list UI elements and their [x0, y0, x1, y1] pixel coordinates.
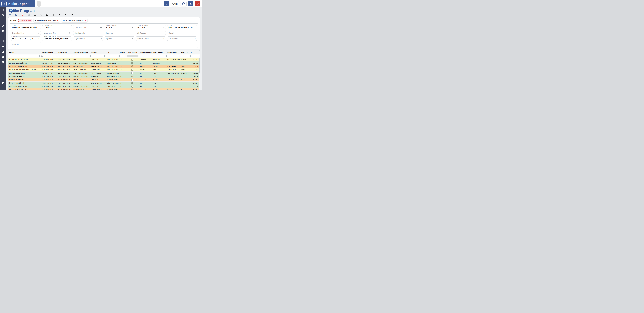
filter-field-firma[interactable]: FirmaEMIA LYRATURİZM VE OTELCİLİK▼: [167, 25, 197, 29]
print-button[interactable]: [34, 13, 36, 16]
filter-field-e-itim-tarihi-ba[interactable]: Eğitim Tarihi Baş1.1.2026: [104, 25, 134, 29]
calendar-icon[interactable]: [38, 32, 40, 34]
dropdown-arrow-icon[interactable]: ▼: [194, 32, 196, 34]
calendar-icon[interactable]: [69, 26, 71, 28]
filter-field-kaynak[interactable]: Kaynak▼: [167, 31, 197, 35]
table-row[interactable]: İNSAN KAYNAKLARI MODÜL EĞİTİMİ09.02.2026…: [8, 68, 200, 72]
filter-field-sorumlu-departman[interactable]: Sorumlu DepartmanİNSAN KAYNAKLARI., MUHA…: [42, 37, 72, 41]
menu-toggle-button[interactable]: [2, 1, 6, 6]
filter-field-plan-tarihi-son[interactable]: Plan Tarihi Son: [73, 25, 103, 29]
delete-button[interactable]: [21, 13, 24, 16]
lock-button[interactable]: [188, 1, 193, 6]
dropdown-arrow-icon[interactable]: ▼: [132, 38, 133, 39]
filter-field-alt-kategori[interactable]: Alt Kategori▼: [136, 31, 166, 35]
checkbox-checked[interactable]: [132, 86, 133, 88]
loading-spinner-button[interactable]: [180, 1, 186, 6]
table-row[interactable]: EMPATİ KURMA EĞİTİMİ13.02.2026 09:0013.0…: [8, 62, 200, 65]
checkbox-checked[interactable]: [132, 76, 133, 78]
tools-button[interactable]: [58, 13, 61, 16]
filter-field-e-itim-tarihi-son[interactable]: Eğitim Tarihi Son31.12.2026: [136, 25, 166, 29]
column-filter-input-id[interactable]: [190, 55, 199, 58]
calendar-icon[interactable]: [162, 26, 164, 28]
column-filter-input-ba-lang-tarihi[interactable]: [43, 55, 56, 58]
filter-field-sertifika-durumu[interactable]: Sertifika Durumu▼: [136, 37, 166, 41]
table-row[interactable]: İLETİŞİM BECERİLERİ23.01.2026 14:0023.01…: [8, 72, 200, 75]
filter-field-plan-tarihi-ba[interactable]: Plan Tarihi Baş1.1.2026: [42, 25, 72, 29]
checkbox-checked[interactable]: [132, 62, 133, 64]
table-row[interactable]: İLETİŞİM BECERİLERİ20.01.2026 08:0020.01…: [8, 75, 200, 78]
filter-field-e-itim-kay-t-son[interactable]: Eğitim Kayıt Son: [42, 31, 72, 35]
column-filter-input-sertifika-durumu[interactable]: [139, 55, 151, 58]
filter-field-yasal-zorunlu[interactable]: Yasal Zorunlu▼: [73, 31, 103, 35]
graduation-cap-icon[interactable]: [2, 29, 4, 32]
edit-button[interactable]: [15, 13, 18, 16]
column-filter-input-s-nav-durumu[interactable]: [153, 55, 165, 58]
checkbox-checked[interactable]: [132, 89, 133, 90]
column-header-e-itmen-firma[interactable]: Eğitmen Firma: [166, 50, 180, 54]
column-header-e-itim-biti[interactable]: Eğitim Bitiş: [57, 50, 72, 54]
dropdown-arrow-icon[interactable]: ▼: [163, 32, 164, 34]
column-header-sertifika-durumu[interactable]: Sertifika Durumu: [138, 50, 152, 54]
calendar-icon[interactable]: [41, 55, 43, 57]
calendar-icon[interactable]: [100, 26, 102, 28]
expand-button[interactable]: [164, 1, 169, 6]
sidebar-collapse-button[interactable]: [37, 1, 40, 7]
collapse-filters-icon[interactable]: [196, 19, 198, 22]
add-button[interactable]: [9, 13, 12, 16]
dropdown-arrow-icon[interactable]: ▼: [101, 32, 102, 34]
table-row[interactable]: İLK YARDIM EĞİTİMİ12.01.2026 08:0012.01.…: [8, 82, 200, 85]
calendar-icon[interactable]: [131, 26, 133, 28]
checkbox-checked[interactable]: [132, 82, 133, 84]
language-button[interactable]: TR: [171, 1, 179, 6]
quick-action-button[interactable]: [71, 13, 74, 16]
column-filter-input-e-itmen-firma[interactable]: [166, 55, 179, 58]
clear-all-filters-button[interactable]: Tümünü Temizle: [18, 19, 32, 22]
filter-field-durum[interactable]: DurumPlanlama, Tamamlandı, İptal▼: [11, 37, 41, 41]
column-header-yer[interactable]: Yer: [105, 50, 119, 54]
column-header-s-nav-tipi[interactable]: Sınav Tipi: [180, 50, 190, 54]
chip-close-icon[interactable]: ✕: [57, 20, 58, 22]
building-icon[interactable]: [2, 14, 4, 17]
table-row[interactable]: GIDA GÜVENLİĞİ EĞİTİMİ12.03.2026 10:0012…: [8, 58, 200, 62]
checkbox-unchecked[interactable]: [132, 72, 133, 74]
column-header-e-itmen[interactable]: Eğitmen: [90, 50, 105, 54]
chip-close-icon[interactable]: ✕: [84, 20, 86, 22]
column-filter-input-yer[interactable]: [106, 55, 118, 58]
dropdown-arrow-icon[interactable]: ▼: [194, 38, 196, 39]
filter-chip[interactable]: Eğitim Tarihi Baş : 01.01.2026✕: [34, 19, 60, 22]
table-row[interactable]: ELEKTRAWEB EĞİTİMİ07.01.2026 08:0007.01.…: [8, 88, 200, 90]
table-row[interactable]: ORYANTASYON EĞİTİMİ09.01.2026 08:0009.01…: [8, 85, 200, 88]
column-filter-input-e-itmen[interactable]: [90, 55, 104, 58]
filter-field-s-nav-tipi[interactable]: Sınav Tipi▼: [11, 42, 41, 46]
building-icon[interactable]: [2, 50, 4, 53]
checkbox-checked[interactable]: [132, 69, 133, 71]
filter-chip[interactable]: Eğitim Tarihi Son : 31.12.2026✕: [61, 19, 88, 22]
checkbox-checked[interactable]: [132, 66, 133, 67]
column-header-s-nav-durumu[interactable]: Sınav Durumu: [152, 50, 166, 54]
building-icon[interactable]: [2, 55, 4, 58]
column-filter-input-yasal-zorunlu[interactable]: [127, 55, 138, 58]
row-layout-button[interactable]: [52, 13, 55, 16]
dropdown-arrow-icon[interactable]: ▼: [101, 38, 102, 39]
filter-field-e-itim[interactable]: EğitimİŞ SAĞLIĞI GÜVENLİĞİ EĞİTİMİ, G...…: [11, 25, 41, 29]
filter-field-e-itmen[interactable]: Eğitmen▼: [104, 37, 134, 41]
team-icon[interactable]: [2, 81, 4, 84]
dropdown-arrow-icon[interactable]: ▼: [194, 27, 196, 28]
filter-field-e-itim-kay-t-ba[interactable]: Eğitim Kayıt Baş: [11, 31, 41, 35]
column-header-sorumlu-departman[interactable]: Sorumlu Departman: [72, 50, 90, 54]
table-row[interactable]: MUHASEBE EĞİTİMİ13.01.2026 08:0014.01.20…: [8, 78, 200, 82]
column-header-ba-lang-tarihi[interactable]: Başlangıç Tarihi: [40, 50, 57, 54]
clipboard-edit-icon[interactable]: [2, 40, 4, 43]
column-filter-input-s-nav-tipi[interactable]: [180, 55, 189, 58]
dropdown-arrow-icon[interactable]: ▼: [38, 27, 39, 28]
filter-field-kategorisi[interactable]: Kategorisi▼: [104, 31, 134, 35]
dropdown-arrow-icon[interactable]: ▼: [38, 38, 39, 39]
clipboard-edit-icon[interactable]: [2, 24, 4, 27]
column-filter-input-e-itim-biti[interactable]: [60, 55, 72, 58]
filter-field-e-itmen-firma[interactable]: Eğitmen Firma▼: [73, 37, 103, 41]
column-filter-input-e-itim[interactable]: [9, 55, 40, 58]
clipboard-edit-icon[interactable]: [2, 9, 4, 11]
dropdown-arrow-icon[interactable]: ▼: [70, 38, 70, 39]
dropdown-arrow-icon[interactable]: ▼: [163, 38, 164, 39]
dropdown-arrow-icon[interactable]: ▼: [132, 32, 133, 34]
